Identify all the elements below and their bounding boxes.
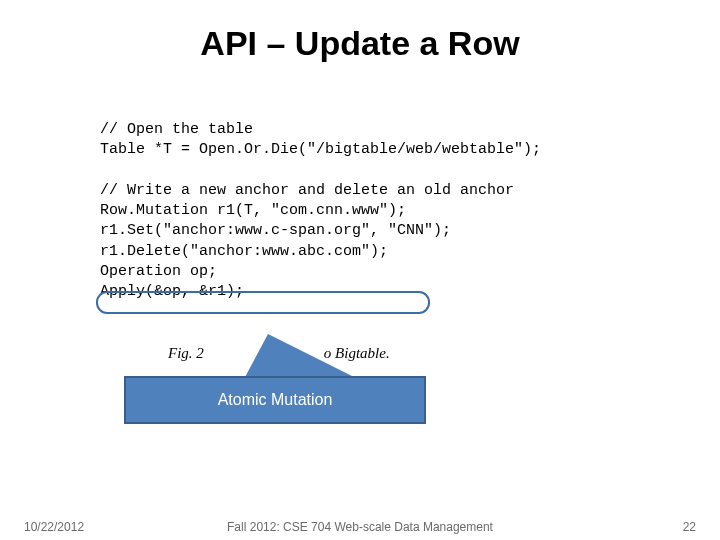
- code-line: Operation op;: [100, 263, 217, 280]
- code-line: r1.Delete("anchor:www.abc.com");: [100, 243, 388, 260]
- callout-text: Atomic Mutation: [218, 391, 333, 409]
- footer-page-number: 22: [683, 520, 696, 534]
- code-line: Table *T = Open.Or.Die("/bigtable/web/we…: [100, 141, 541, 158]
- code-line: r1.Set("anchor:www.c-span.org", "CNN");: [100, 222, 451, 239]
- callout: Atomic Mutation: [124, 334, 426, 424]
- code-line: Row.Mutation r1(T, "com.cnn.www");: [100, 202, 406, 219]
- highlight-box: [96, 291, 430, 314]
- footer-center: Fall 2012: CSE 704 Web-scale Data Manage…: [0, 520, 720, 534]
- code-line: // Open the table: [100, 121, 253, 138]
- code-block: // Open the table Table *T = Open.Or.Die…: [100, 120, 541, 302]
- callout-arrow-icon: [244, 334, 358, 379]
- page-title: API – Update a Row: [0, 0, 720, 63]
- callout-box: Atomic Mutation: [124, 376, 426, 424]
- slide: API – Update a Row // Open the table Tab…: [0, 0, 720, 540]
- code-line: // Write a new anchor and delete an old …: [100, 182, 514, 199]
